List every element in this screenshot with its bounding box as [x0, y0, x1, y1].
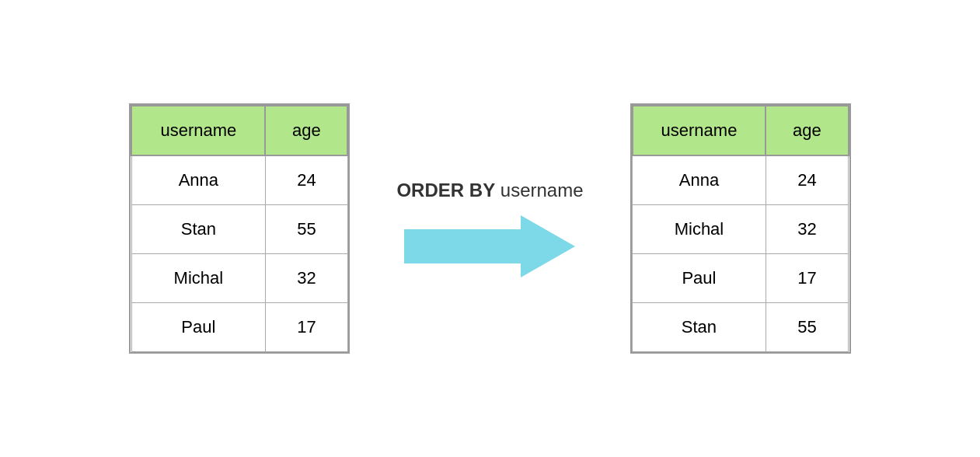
right-table-header-age: age [766, 106, 848, 155]
left-table: username age Anna24Stan55Michal32Paul17 [131, 105, 348, 352]
arrow-icon [404, 215, 575, 277]
order-by-bold: ORDER BY [396, 180, 495, 201]
cell-username: Paul [131, 303, 265, 352]
svg-marker-0 [404, 215, 575, 277]
arrow-container: ORDER BY username [396, 180, 583, 277]
table-row: Anna24 [633, 155, 849, 205]
right-table-wrapper: username age Anna24Michal32Paul17Stan55 [630, 103, 851, 354]
cell-username: Anna [131, 155, 265, 205]
left-table-header-username: username [131, 106, 265, 155]
cell-age: 55 [766, 303, 848, 352]
table-row: Anna24 [131, 155, 347, 205]
table-row: Michal32 [131, 254, 347, 303]
cell-age: 24 [265, 155, 347, 205]
cell-username: Stan [131, 205, 265, 254]
cell-age: 32 [265, 254, 347, 303]
table-row: Paul17 [633, 254, 849, 303]
right-table-header-username: username [633, 106, 766, 155]
left-table-wrapper: username age Anna24Stan55Michal32Paul17 [129, 103, 350, 354]
order-by-normal: username [495, 180, 583, 201]
cell-username: Stan [633, 303, 766, 352]
cell-username: Michal [131, 254, 265, 303]
table-row: Stan55 [131, 205, 347, 254]
main-container: username age Anna24Stan55Michal32Paul17 … [129, 103, 850, 354]
cell-username: Michal [633, 205, 766, 254]
right-table: username age Anna24Michal32Paul17Stan55 [632, 105, 849, 352]
left-table-header-age: age [265, 106, 347, 155]
order-by-label: ORDER BY username [396, 180, 583, 201]
table-row: Michal32 [633, 205, 849, 254]
cell-age: 17 [766, 254, 848, 303]
cell-username: Anna [633, 155, 766, 205]
table-row: Paul17 [131, 303, 347, 352]
cell-username: Paul [633, 254, 766, 303]
table-row: Stan55 [633, 303, 849, 352]
cell-age: 17 [265, 303, 347, 352]
cell-age: 55 [265, 205, 347, 254]
cell-age: 24 [766, 155, 848, 205]
cell-age: 32 [766, 205, 848, 254]
